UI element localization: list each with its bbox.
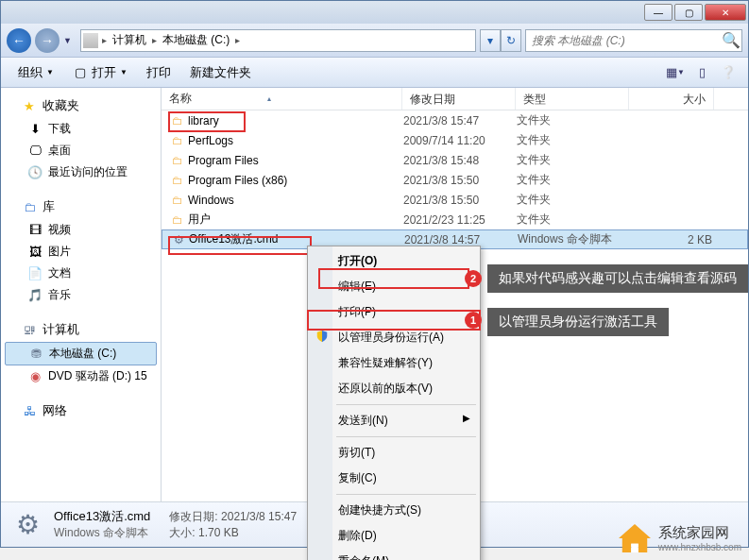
ctx-open[interactable]: 打开(O) (310, 248, 478, 274)
svg-rect-0 (631, 544, 638, 552)
file-row[interactable]: 🗀Program Files (x86)2021/3/8 15:50文件夹 (162, 170, 748, 190)
addr-dropdown-button[interactable]: ▾ (480, 29, 501, 52)
search-icon[interactable]: 🔍 (721, 31, 741, 49)
computer-icon: 🖳 (22, 322, 37, 337)
file-type: 文件夹 (517, 212, 630, 228)
nav-dvd[interactable]: ◉DVD 驱动器 (D:) 15 (1, 365, 161, 387)
forward-button[interactable]: → (35, 28, 60, 53)
ctx-copy[interactable]: 复制(C) (310, 466, 478, 491)
shield-icon (315, 330, 331, 345)
nav-downloads[interactable]: ⬇下载 (1, 118, 161, 140)
file-name: Program Files (x86) (186, 174, 403, 187)
file-type-icon: ⚙ (10, 508, 44, 542)
details-filetype: Windows 命令脚本 (54, 525, 150, 541)
maximize-button[interactable]: ▢ (674, 4, 703, 21)
details-filename: Office13激活.cmd (54, 508, 150, 525)
file-date: 2021/3/8 15:50 (403, 194, 517, 207)
column-headers: 名称▴ 修改日期 类型 大小 (162, 88, 748, 110)
history-dropdown[interactable]: ▼ (63, 36, 77, 45)
annotation-badge: 1 (465, 312, 482, 329)
file-date: 2021/3/8 15:47 (403, 114, 517, 127)
nav-pictures[interactable]: 🖼图片 (1, 241, 161, 263)
refresh-button[interactable]: ↻ (501, 29, 521, 52)
back-button[interactable]: ← (7, 28, 31, 53)
nav-desktop[interactable]: 🖵桌面 (1, 140, 161, 161)
network-icon: 🖧 (22, 403, 37, 418)
context-menu: 打开(O) 编辑(E) 打印(P) 以管理员身份运行(A) 兼容性疑难解答(Y)… (307, 246, 481, 560)
file-row[interactable]: 🗀PerfLogs2009/7/14 11:20文件夹 (162, 130, 748, 150)
file-type: 文件夹 (517, 192, 630, 208)
nav-documents[interactable]: 📄文档 (1, 263, 161, 284)
desktop-icon: 🖵 (27, 144, 43, 159)
col-size[interactable]: 大小 (629, 88, 714, 110)
col-name[interactable]: 名称▴ (162, 88, 402, 110)
file-date: 2021/3/8 15:48 (403, 154, 517, 167)
nav-recent[interactable]: 🕓最近访问的位置 (1, 161, 161, 183)
file-name: library (186, 114, 403, 127)
help-button[interactable]: ❔ (716, 62, 740, 83)
file-date: 2021/3/8 14:57 (404, 233, 518, 246)
file-row[interactable]: 🗀用户2021/2/23 11:25文件夹 (162, 210, 748, 229)
close-button[interactable]: ✕ (705, 4, 746, 21)
file-row[interactable]: 🗀Windows2021/3/8 15:50文件夹 (162, 190, 748, 210)
ctx-restore[interactable]: 还原以前的版本(V) (310, 376, 478, 401)
col-date[interactable]: 修改日期 (402, 88, 516, 110)
separator (336, 404, 476, 405)
preview-pane-button[interactable]: ▯ (689, 62, 714, 83)
ctx-shortcut[interactable]: 创建快捷方式(S) (310, 498, 478, 523)
annotation-callout: 以管理员身份运行激活工具 (487, 308, 669, 336)
breadcrumb-sep[interactable]: ▸ (233, 35, 242, 45)
favorites-header[interactable]: ▷★收藏夹 (1, 93, 161, 118)
nav-videos[interactable]: 🎞视频 (1, 219, 161, 241)
file-row[interactable]: 🗀Program Files2021/3/8 15:48文件夹 (162, 150, 748, 170)
minimize-button[interactable]: — (644, 4, 672, 21)
music-icon: 🎵 (27, 288, 43, 303)
breadcrumb-drive[interactable]: 本地磁盘 (C:) (159, 32, 233, 48)
nav-music[interactable]: 🎵音乐 (1, 284, 161, 306)
ctx-compat[interactable]: 兼容性疑难解答(Y) (310, 350, 478, 376)
search-box[interactable]: 🔍 (525, 29, 742, 52)
ctx-edit[interactable]: 编辑(E) (310, 274, 478, 299)
file-date: 2009/7/14 11:20 (403, 134, 517, 147)
nav-drive-c[interactable]: ⛃本地磁盘 (C:) (5, 342, 157, 365)
documents-icon: 📄 (27, 266, 43, 281)
network-header[interactable]: ▷🖧网络 (1, 399, 161, 423)
computer-header[interactable]: ▷🖳计算机 (1, 317, 161, 342)
address-bar[interactable]: ▸ 计算机 ▸ 本地磁盘 (C:) ▸ (80, 29, 476, 52)
file-name: Program Files (186, 154, 403, 167)
open-button[interactable]: ▢打开▼ (63, 60, 137, 85)
open-icon: ▢ (73, 65, 88, 80)
ctx-sendto[interactable]: 发送到(N)▶ (310, 408, 478, 433)
nav-bar: ← → ▼ ▸ 计算机 ▸ 本地磁盘 (C:) ▸ ▾ ↻ 🔍 (1, 24, 748, 58)
annotation-badge: 2 (465, 270, 482, 287)
ctx-print[interactable]: 打印(P) (310, 299, 478, 325)
folder-icon: 🗀 (169, 213, 186, 227)
col-type[interactable]: 类型 (516, 88, 629, 110)
watermark-title: 系统家园网 (658, 524, 729, 540)
newfolder-button[interactable]: 新建文件夹 (180, 60, 261, 85)
search-input[interactable] (526, 34, 721, 47)
print-button[interactable]: 打印 (137, 60, 180, 85)
file-size: 2 KB (631, 233, 712, 246)
organize-button[interactable]: 组织▼ (9, 60, 63, 85)
cmd-icon: ⚙ (170, 233, 187, 246)
breadcrumb-sep[interactable]: ▸ (100, 35, 109, 45)
folder-icon: 🗀 (169, 154, 186, 167)
titlebar: — ▢ ✕ (1, 1, 748, 24)
drive-icon (83, 33, 98, 48)
ctx-delete[interactable]: 删除(D) (310, 523, 478, 549)
breadcrumb-computer[interactable]: 计算机 (109, 32, 150, 48)
sort-arrow-icon: ▴ (267, 94, 271, 103)
ctx-runas[interactable]: 以管理员身份运行(A) (310, 325, 478, 350)
ctx-cut[interactable]: 剪切(T) (310, 440, 478, 466)
ctx-rename[interactable]: 重命名(M) (310, 549, 478, 560)
file-row[interactable]: 🗀library2021/3/8 15:47文件夹 (162, 110, 748, 130)
nav-pane: ▷★收藏夹 ⬇下载 🖵桌面 🕓最近访问的位置 ▷🗀库 🎞视频 🖼图片 📄文档 🎵… (1, 88, 162, 501)
drive-icon: ⛃ (28, 347, 43, 362)
file-date: 2021/2/23 11:25 (403, 213, 517, 227)
watermark-url: www.hnzxhbsb.com (658, 542, 741, 552)
libraries-header[interactable]: ▷🗀库 (1, 195, 161, 219)
view-button[interactable]: ▦▼ (663, 62, 688, 83)
breadcrumb-sep[interactable]: ▸ (150, 35, 159, 45)
annotation-callout: 如果对代码感兴趣可以点击编辑查看源码 (487, 264, 748, 293)
